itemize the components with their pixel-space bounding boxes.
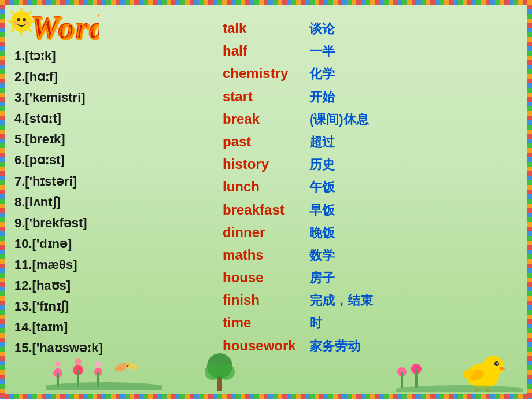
word-row: past超过 — [223, 131, 518, 152]
word-row: break(课间)休息 — [223, 108, 518, 130]
word-chinese: 午饭 — [309, 178, 335, 197]
word-row: time时 — [223, 312, 518, 333]
phonetic-item: 13.['fɪnɪʃ] — [14, 297, 223, 316]
word-chinese: (课间)休息 — [309, 110, 369, 130]
word-row: history历史 — [223, 153, 518, 175]
phonetic-item: 9.['brekfəst] — [14, 213, 223, 233]
word-chinese: 一半 — [309, 42, 335, 61]
word-chinese: 早饭 — [309, 201, 335, 220]
word-chinese: 化学 — [309, 64, 335, 84]
word-chinese: 晚饭 — [309, 223, 335, 243]
border-top — [0, 0, 532, 5]
word-chinese: 家务劳动 — [309, 337, 360, 356]
word-row: breakfast早饭 — [223, 199, 518, 220]
word-english: talk — [223, 17, 304, 39]
word-row: chemistry化学 — [223, 62, 518, 84]
word-english: break — [223, 108, 304, 130]
words-title-svg: Words — [7, 5, 99, 45]
svg-text:Words: Words — [30, 9, 99, 45]
phonetic-item: 2.[hɑːf] — [14, 67, 223, 87]
phonetic-item: 14.[taɪm] — [14, 317, 223, 337]
word-row: half一半 — [223, 40, 518, 61]
word-english: lunch — [223, 176, 304, 197]
word-row: house房子 — [223, 267, 518, 288]
word-column: talk谈论half一半chemistry化学start开始break(课间)休… — [223, 12, 518, 387]
border-left — [0, 0, 5, 399]
word-chinese: 数学 — [309, 246, 335, 265]
word-row: talk谈论 — [223, 17, 518, 39]
word-english: history — [223, 153, 304, 175]
main-content: 1.[tɔːk]2.[hɑːf]3.['kemistri]4.[stɑːt]5.… — [6, 6, 526, 393]
word-chinese: 时 — [309, 313, 322, 333]
phonetic-item: 7.['hɪstəri] — [14, 172, 223, 191]
phonetic-item: 12.[haʊs] — [14, 276, 223, 295]
phonetic-item: 6.[pɑːst] — [14, 150, 223, 170]
word-chinese: 房子 — [309, 268, 335, 288]
word-english: half — [223, 40, 304, 61]
phonetic-item: 11.[mæθs] — [14, 255, 223, 275]
word-row: start开始 — [223, 86, 518, 107]
word-chinese: 完成，结束 — [309, 291, 373, 311]
phonetic-item: 3.['kemistri] — [14, 88, 223, 108]
word-chinese: 谈论 — [309, 19, 335, 39]
phonetic-item: 5.[breɪk] — [14, 130, 223, 149]
word-english: house — [223, 267, 304, 288]
word-row: dinner晚饭 — [223, 221, 518, 243]
phonetic-item: 15.['haʊswəːk] — [14, 338, 223, 358]
word-row: maths数学 — [223, 244, 518, 265]
phonetic-item: 8.[lʌntʃ] — [14, 193, 223, 212]
word-chinese: 超过 — [309, 132, 335, 152]
page-title: Words — [7, 5, 99, 52]
phonetic-item: 4.[stɑːt] — [14, 109, 223, 128]
word-chinese: 开始 — [309, 87, 335, 107]
word-english: finish — [223, 289, 304, 311]
word-row: housework家务劳动 — [223, 335, 518, 356]
word-row: lunch午饭 — [223, 176, 518, 197]
word-english: maths — [223, 244, 304, 265]
border-right — [527, 0, 532, 399]
phonetic-item: 10.['dɪnə] — [14, 234, 223, 254]
word-chinese: 历史 — [309, 155, 335, 175]
word-english: breakfast — [223, 199, 304, 220]
word-english: dinner — [223, 221, 304, 243]
word-english: chemistry — [223, 62, 304, 84]
word-english: housework — [223, 335, 304, 356]
phonetic-column: 1.[tɔːk]2.[hɑːf]3.['kemistri]4.[stɑːt]5.… — [14, 12, 223, 387]
word-english: past — [223, 131, 304, 152]
word-english: start — [223, 86, 304, 107]
word-row: finish完成，结束 — [223, 289, 518, 311]
word-english: time — [223, 312, 304, 333]
border-bottom — [0, 394, 532, 399]
